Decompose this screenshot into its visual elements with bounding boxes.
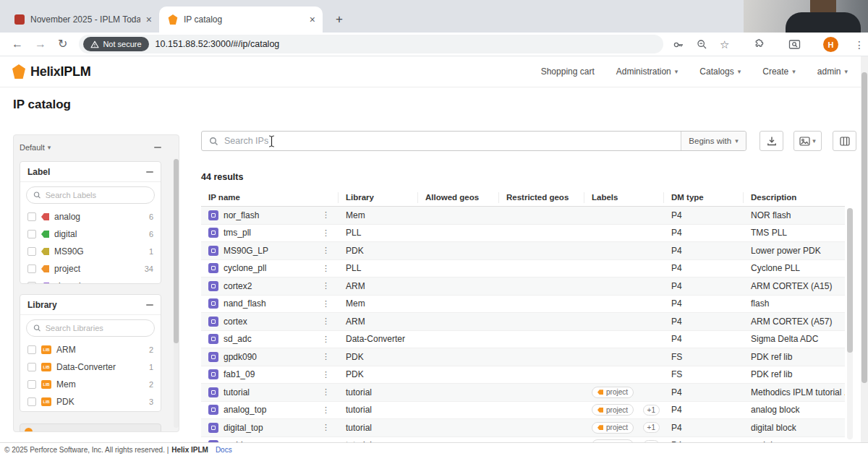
label-overflow-chip[interactable]: +1 [643,405,660,416]
ip-name[interactable]: sd_adc [224,334,252,344]
table-row[interactable]: nor_flash ⋮ Mem P4 NOR flash [201,207,845,225]
collapse-sidebar-icon[interactable] [154,147,161,148]
label-filter-item[interactable]: shared [20,278,161,284]
match-mode-dropdown[interactable]: Begins with ▾ [681,132,746,150]
bookmark-star-icon[interactable]: ☆ [720,33,729,56]
table-row[interactable]: fab1_09 ⋮ PDK FS PDK ref lib [201,366,845,384]
checkbox[interactable] [27,363,36,371]
new-tab-button[interactable]: + [330,10,349,29]
label-filter-item[interactable]: analog 6 [20,208,161,225]
nav-administration[interactable]: Administration ▾ [616,66,678,77]
library-filter-item[interactable]: LIB PDK 3 [20,393,161,410]
table-row[interactable]: cortex2 ⋮ ARM P4 ARM CORTEX (A15) [201,278,845,296]
nav-admin[interactable]: admin ▾ [817,66,848,77]
ip-name[interactable]: tutorial [224,387,250,397]
browser-tab[interactable]: November 2025 - IPLM Today × [6,7,159,33]
forward-icon[interactable]: → [35,38,46,50]
column-header-library[interactable]: Library [339,192,418,203]
extensions-puzzle-icon[interactable] [752,33,765,56]
not-secure-badge[interactable]: Not secure [83,37,148,51]
password-key-icon[interactable] [673,33,684,56]
ip-name[interactable]: cortex2 [224,281,252,291]
table-scrollbar-thumb[interactable] [847,208,853,353]
checkbox[interactable] [27,212,36,221]
zoom-icon[interactable] [697,33,707,56]
ip-name[interactable]: gpdk090 [224,352,257,362]
row-menu-icon[interactable]: ⋮ [322,405,330,415]
nav-create[interactable]: Create ▾ [762,66,796,77]
ip-name[interactable]: digital_top [224,423,263,433]
row-menu-icon[interactable]: ⋮ [322,299,330,309]
ip-name[interactable]: cyclone_pll [224,263,266,273]
table-row[interactable]: digital_top ⋮ tutorial project+1 P4 digi… [201,419,845,437]
library-search-input[interactable] [46,324,148,332]
column-header-description[interactable]: Description [744,192,845,203]
label-chip[interactable]: project [592,422,634,434]
page-scrollbar[interactable] [861,56,868,442]
browser-menu-icon[interactable]: ⋮ [854,33,864,56]
label-filter-item[interactable]: project 34 [20,260,161,278]
page-scrollbar-thumb[interactable] [861,72,867,383]
ip-name[interactable]: fab1_09 [224,369,255,379]
download-button[interactable] [760,131,783,151]
tab-close-icon[interactable]: × [146,14,152,25]
search-input[interactable] [224,136,681,146]
reload-icon[interactable]: ↻ [58,38,67,50]
sidebar-scrollbar[interactable] [174,159,179,428]
checkbox[interactable] [27,282,36,284]
table-row[interactable]: nand_flash ⋮ Mem P4 flash [201,296,845,314]
back-icon[interactable]: ← [12,38,23,50]
table-row[interactable]: sd_adc ⋮ Data-Converter P4 Sigma Delta A… [201,331,845,349]
page-search-icon[interactable] [788,33,801,56]
export-image-button[interactable]: ▾ [793,131,822,151]
table-row[interactable]: cyclone_pll ⋮ PLL P4 Cyclone PLL [201,260,845,278]
table-scrollbar[interactable] [847,208,853,439]
row-menu-icon[interactable]: ⋮ [322,246,330,255]
column-header-labels[interactable]: Labels [584,192,664,203]
checkbox[interactable] [27,397,36,406]
preset-selector[interactable]: Default ▾ [20,143,51,152]
table-row[interactable]: tutorial ⋮ tutorial project P4 Methodics… [201,384,845,402]
checkbox[interactable] [27,247,36,256]
column-header-ip-name[interactable]: IP name [201,192,339,203]
ip-name[interactable]: cortex [224,317,247,327]
row-menu-icon[interactable]: ⋮ [322,423,330,432]
library-filter-item[interactable]: LIB PLL [20,410,161,412]
sidebar-scrollbar-thumb[interactable] [174,159,179,343]
ip-name[interactable]: MS90G_LP [224,246,268,256]
profile-avatar[interactable]: H [823,33,838,56]
label-filter-item[interactable]: digital 6 [20,225,161,243]
table-row[interactable]: MS90G_LP ⋮ PDK P4 Lower power PDK [201,242,845,260]
library-filter-item[interactable]: LIB Mem 2 [20,376,161,393]
table-row[interactable]: analog_top ⋮ tutorial project+1 P4 analo… [201,402,845,420]
row-menu-icon[interactable]: ⋮ [322,228,330,238]
row-menu-icon[interactable]: ⋮ [322,281,330,291]
label-chip[interactable]: project [592,404,634,416]
ip-name[interactable]: tms_pll [224,228,251,238]
library-filter-item[interactable]: LIB ARM 2 [20,341,161,358]
row-menu-icon[interactable]: ⋮ [322,264,330,273]
checkbox[interactable] [27,345,36,354]
label-search-input[interactable] [46,191,148,199]
row-menu-icon[interactable]: ⋮ [322,317,330,326]
row-menu-icon[interactable]: ⋮ [322,387,330,397]
ip-name[interactable]: nand_flash [224,298,266,309]
library-filter-item[interactable]: LIB Data-Converter 1 [20,358,161,376]
browser-tab[interactable]: IP catalog × [159,7,323,33]
table-row[interactable]: gpdk090 ⋮ PDK FS PDK ref lib [201,348,845,366]
column-header-restricted-geos[interactable]: Restricted geos [499,192,584,203]
helix-iplm-logo[interactable]: HelixIPLM [12,64,90,79]
nav-shopping-cart[interactable]: Shopping cart [541,66,595,77]
checkbox[interactable] [27,380,36,389]
nav-catalogs[interactable]: Catalogs ▾ [699,66,741,77]
tab-close-icon[interactable]: × [310,14,315,25]
row-menu-icon[interactable]: ⋮ [322,210,330,220]
checkbox[interactable] [27,230,36,238]
label-filter-item[interactable]: MS90G 1 [20,243,161,260]
collapse-library-card-icon[interactable] [146,304,153,306]
column-header-dm-type[interactable]: DM type [664,192,744,203]
ip-name[interactable]: analog_top [224,405,266,415]
url-text[interactable]: 10.151.88.52:3000/#/ip/catalog [156,39,280,49]
row-menu-icon[interactable]: ⋮ [322,335,330,344]
checkbox[interactable] [27,264,36,273]
